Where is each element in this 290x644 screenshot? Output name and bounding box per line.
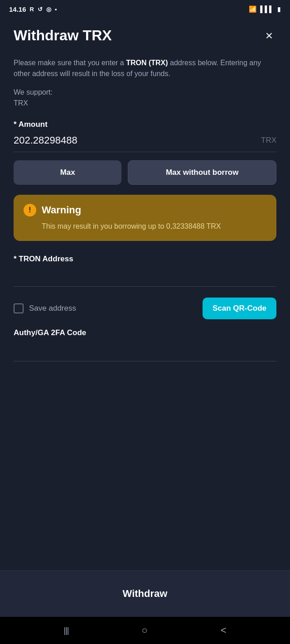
max-without-borrow-button[interactable]: Max without borrow xyxy=(128,160,276,185)
tron-address-section: * TRON Address xyxy=(14,255,276,287)
amount-currency: TRX xyxy=(261,136,276,145)
close-button[interactable]: × xyxy=(262,28,276,44)
warning-body: This may result in you borrowing up to 0… xyxy=(42,221,266,232)
nav-back-icon[interactable] xyxy=(221,625,227,636)
amount-label: * Amount xyxy=(14,120,276,129)
save-address-row: Save address xyxy=(14,303,76,313)
page-header: Withdraw TRX × xyxy=(14,27,276,44)
wifi-icon: 📶 xyxy=(249,5,256,13)
page-title: Withdraw TRX xyxy=(14,27,112,44)
instagram-icon: ◎ xyxy=(46,6,51,13)
save-address-checkbox[interactable] xyxy=(14,303,24,313)
status-time: 14.16 R ↺ ◎ • xyxy=(9,5,57,13)
bottom-bar: Withdraw xyxy=(0,570,290,617)
r-icon: R xyxy=(30,6,34,13)
main-content: Withdraw TRX × Please make sure that you… xyxy=(0,18,290,570)
twofa-label: Authy/GA 2FA Code xyxy=(14,328,276,337)
notice-text: Please make sure that you enter a TRON (… xyxy=(14,58,276,79)
nav-bar xyxy=(0,617,290,644)
max-buttons-row: Max Max without borrow xyxy=(14,160,276,185)
twofa-input[interactable] xyxy=(14,344,276,361)
tron-address-input[interactable] xyxy=(14,269,276,287)
amount-section: * Amount TRX xyxy=(14,120,276,152)
battery-icon: ▮ xyxy=(277,5,281,13)
tron-address-label: * TRON Address xyxy=(14,255,276,264)
support-value: TRX xyxy=(14,99,276,107)
warning-title: Warning xyxy=(42,204,81,216)
repost-icon: ↺ xyxy=(38,6,43,13)
signal-icon: ▌▌▌ xyxy=(260,5,274,13)
status-bar: 14.16 R ↺ ◎ • 📶 ▌▌▌ ▮ xyxy=(0,0,290,18)
dot-icon: • xyxy=(55,6,57,13)
nav-menu-icon[interactable] xyxy=(63,626,68,635)
max-button[interactable]: Max xyxy=(14,160,121,185)
warning-header: ! Warning xyxy=(24,204,266,216)
twofa-section: Authy/GA 2FA Code xyxy=(14,328,276,361)
warning-icon: ! xyxy=(24,204,36,216)
notice-text-bold: TRON (TRX) xyxy=(126,59,168,67)
status-right-icons: 📶 ▌▌▌ ▮ xyxy=(249,5,281,13)
withdraw-button[interactable]: Withdraw xyxy=(14,583,276,604)
scan-qr-button[interactable]: Scan QR-Code xyxy=(203,298,276,319)
nav-home-icon[interactable] xyxy=(141,625,147,636)
time-label: 14.16 xyxy=(9,5,26,13)
notice-text-part1: Please make sure that you enter a xyxy=(14,59,126,67)
amount-input[interactable] xyxy=(14,135,256,146)
support-label: We support: xyxy=(14,88,276,96)
save-address-label: Save address xyxy=(29,304,76,313)
amount-row: TRX xyxy=(14,135,276,152)
warning-box: ! Warning This may result in you borrowi… xyxy=(14,195,276,241)
address-options: Save address Scan QR-Code xyxy=(14,298,276,319)
